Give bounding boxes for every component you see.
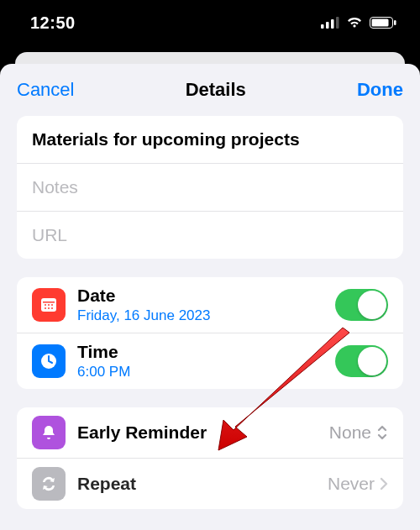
date-row[interactable]: Date Friday, 16 June 2023	[17, 277, 403, 333]
status-bar: 12:50	[0, 0, 420, 45]
time-label: Time	[77, 342, 323, 362]
svg-point-14	[51, 307, 53, 309]
date-value: Friday, 16 June 2023	[77, 307, 323, 324]
early-reminder-value: None	[329, 422, 388, 443]
nav-title: Details	[186, 79, 246, 101]
svg-rect-1	[326, 22, 329, 29]
repeat-text: Repeat	[77, 474, 316, 494]
date-label: Date	[77, 286, 323, 306]
svg-point-12	[45, 307, 46, 309]
time-row[interactable]: Time 6:00 PM	[17, 333, 403, 389]
battery-icon	[370, 17, 396, 29]
date-text: Date Friday, 16 June 2023	[77, 286, 323, 324]
svg-rect-5	[372, 19, 389, 27]
svg-rect-0	[321, 24, 324, 29]
svg-point-10	[48, 304, 50, 306]
svg-rect-3	[336, 17, 339, 29]
details-sheet: Cancel Details Done Materials for upcomi…	[0, 64, 420, 530]
wifi-icon	[346, 17, 363, 29]
time-toggle[interactable]	[335, 345, 388, 377]
time-value: 6:00 PM	[77, 364, 323, 380]
datetime-card: Date Friday, 16 June 2023 Time 6:00 PM	[17, 277, 403, 389]
early-reminder-text: Early Reminder	[77, 422, 318, 443]
repeat-row[interactable]: Repeat Never	[17, 459, 403, 509]
updown-chevron-icon	[376, 424, 388, 441]
early-reminder-row[interactable]: Early Reminder None	[17, 407, 403, 459]
reminder-title[interactable]: Materials for upcoming projects	[17, 116, 403, 164]
svg-rect-6	[394, 20, 396, 25]
svg-point-9	[45, 304, 46, 306]
device-frame: 12:50 Cancel Details Done Materials for …	[0, 0, 420, 530]
done-button[interactable]: Done	[357, 79, 403, 101]
svg-rect-2	[331, 19, 334, 29]
time-text: Time 6:00 PM	[77, 342, 323, 380]
title-card: Materials for upcoming projects Notes UR…	[17, 116, 403, 259]
svg-point-13	[48, 307, 50, 309]
clock-icon	[32, 344, 66, 378]
repeat-value: Never	[328, 474, 388, 494]
status-time: 12:50	[30, 13, 76, 33]
status-indicators	[321, 17, 396, 29]
date-toggle[interactable]	[335, 289, 388, 321]
repeat-icon	[32, 467, 66, 501]
repeat-label: Repeat	[77, 474, 316, 494]
svg-rect-8	[43, 302, 55, 303]
bell-icon	[32, 416, 66, 449]
cellular-icon	[321, 17, 339, 29]
calendar-icon	[32, 288, 66, 322]
nav-bar: Cancel Details Done	[0, 67, 420, 116]
svg-point-11	[51, 304, 53, 306]
options-card: Early Reminder None Repeat Never	[17, 407, 403, 509]
early-reminder-label: Early Reminder	[77, 422, 318, 443]
cancel-button[interactable]: Cancel	[17, 79, 74, 101]
chevron-right-icon	[380, 477, 388, 491]
url-field[interactable]: URL	[17, 212, 403, 259]
notes-field[interactable]: Notes	[17, 164, 403, 212]
